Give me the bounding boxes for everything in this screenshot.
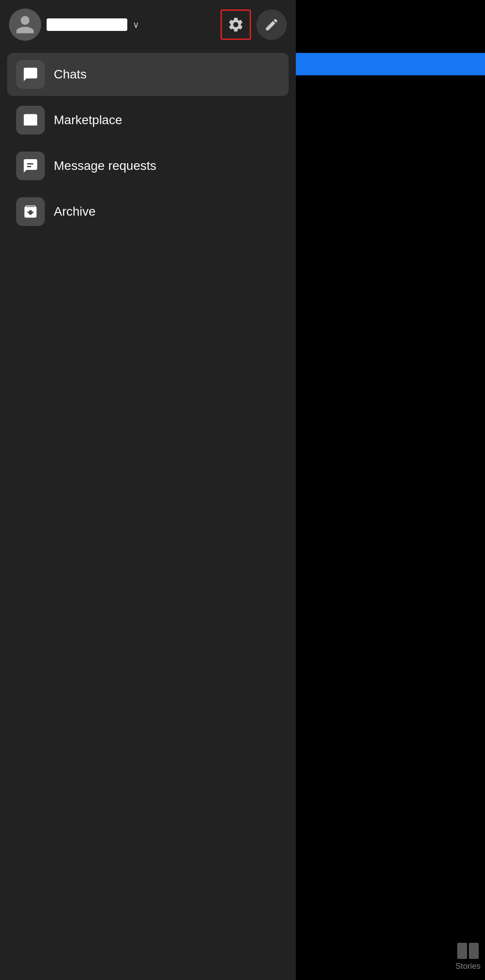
username-bar [47, 18, 127, 31]
stories-section[interactable]: Stories [455, 943, 481, 971]
chat-icon-wrapper [16, 60, 45, 89]
sidebar-item-marketplace[interactable]: Marketplace [7, 99, 289, 142]
sidebar-item-message-requests[interactable]: Message requests [7, 144, 289, 187]
header: ∨ [0, 0, 296, 49]
marketplace-icon-wrapper [16, 106, 45, 134]
marketplace-label: Marketplace [54, 113, 122, 127]
archive-icon-wrapper [16, 197, 45, 226]
stories-bar-right [469, 943, 479, 959]
compose-button[interactable] [256, 9, 287, 40]
message-requests-icon [22, 158, 39, 174]
stories-label: Stories [455, 962, 481, 971]
settings-button[interactable] [221, 9, 251, 40]
chats-label: Chats [54, 67, 87, 82]
svg-rect-0 [25, 114, 37, 117]
message-requests-icon-wrapper [16, 152, 45, 180]
avatar[interactable] [9, 9, 41, 41]
right-panel: Stories [296, 0, 485, 980]
username-area: ∨ [47, 18, 215, 31]
archive-label: Archive [54, 204, 95, 219]
pencil-icon [264, 17, 279, 32]
message-requests-label: Message requests [54, 159, 156, 173]
user-icon [14, 14, 36, 35]
chat-icon [22, 66, 39, 82]
chevron-down-icon[interactable]: ∨ [133, 19, 139, 30]
archive-icon [22, 204, 39, 220]
blue-bar [296, 53, 485, 75]
sidebar-item-chats[interactable]: Chats [7, 53, 289, 96]
marketplace-icon [22, 112, 39, 128]
sidebar-item-archive[interactable]: Archive [7, 190, 289, 233]
gear-icon [227, 16, 244, 33]
main-panel: ∨ Chats [0, 0, 296, 980]
stories-icon [457, 943, 479, 959]
menu-list: Chats Marketplace Message [0, 49, 296, 237]
stories-bar-left [457, 943, 467, 959]
